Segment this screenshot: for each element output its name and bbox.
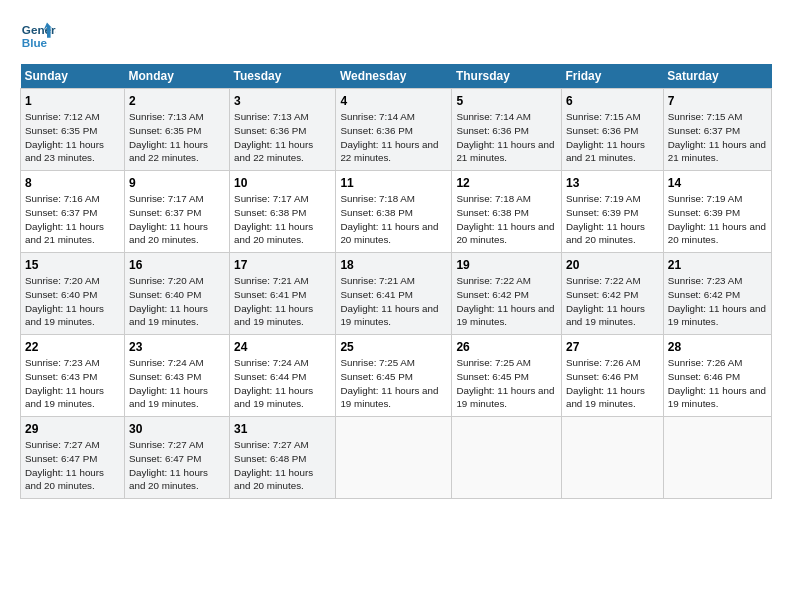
calendar-cell: 9Sunrise: 7:17 AMSunset: 6:37 PMDaylight… [125,171,230,253]
calendar-cell: 12Sunrise: 7:18 AMSunset: 6:38 PMDayligh… [452,171,562,253]
day-number: 1 [25,93,120,109]
day-number: 5 [456,93,557,109]
cell-info: Sunrise: 7:15 AMSunset: 6:37 PMDaylight:… [668,110,767,165]
cell-info: Sunrise: 7:25 AMSunset: 6:45 PMDaylight:… [456,356,557,411]
calendar-cell: 21Sunrise: 7:23 AMSunset: 6:42 PMDayligh… [663,253,771,335]
day-of-week-header: Saturday [663,64,771,89]
calendar-cell: 8Sunrise: 7:16 AMSunset: 6:37 PMDaylight… [21,171,125,253]
cell-info: Sunrise: 7:25 AMSunset: 6:45 PMDaylight:… [340,356,447,411]
cell-info: Sunrise: 7:27 AMSunset: 6:47 PMDaylight:… [129,438,225,493]
calendar-cell: 31Sunrise: 7:27 AMSunset: 6:48 PMDayligh… [230,417,336,499]
cell-info: Sunrise: 7:26 AMSunset: 6:46 PMDaylight:… [668,356,767,411]
calendar-cell: 27Sunrise: 7:26 AMSunset: 6:46 PMDayligh… [561,335,663,417]
calendar-cell: 23Sunrise: 7:24 AMSunset: 6:43 PMDayligh… [125,335,230,417]
calendar-cell [336,417,452,499]
calendar-cell: 10Sunrise: 7:17 AMSunset: 6:38 PMDayligh… [230,171,336,253]
svg-text:General: General [22,23,56,36]
logo-icon: General Blue [20,18,56,54]
cell-info: Sunrise: 7:19 AMSunset: 6:39 PMDaylight:… [668,192,767,247]
calendar-cell: 30Sunrise: 7:27 AMSunset: 6:47 PMDayligh… [125,417,230,499]
calendar-cell: 24Sunrise: 7:24 AMSunset: 6:44 PMDayligh… [230,335,336,417]
day-number: 6 [566,93,659,109]
calendar-week-row: 1Sunrise: 7:12 AMSunset: 6:35 PMDaylight… [21,89,772,171]
day-number: 31 [234,421,331,437]
cell-info: Sunrise: 7:18 AMSunset: 6:38 PMDaylight:… [456,192,557,247]
day-number: 16 [129,257,225,273]
cell-info: Sunrise: 7:21 AMSunset: 6:41 PMDaylight:… [340,274,447,329]
day-number: 14 [668,175,767,191]
calendar-header-row: SundayMondayTuesdayWednesdayThursdayFrid… [21,64,772,89]
day-number: 19 [456,257,557,273]
cell-info: Sunrise: 7:26 AMSunset: 6:46 PMDaylight:… [566,356,659,411]
day-number: 20 [566,257,659,273]
logo: General Blue [20,18,56,54]
day-number: 30 [129,421,225,437]
day-number: 21 [668,257,767,273]
svg-text:Blue: Blue [22,36,48,49]
day-number: 27 [566,339,659,355]
cell-info: Sunrise: 7:22 AMSunset: 6:42 PMDaylight:… [566,274,659,329]
calendar-cell: 29Sunrise: 7:27 AMSunset: 6:47 PMDayligh… [21,417,125,499]
cell-info: Sunrise: 7:23 AMSunset: 6:43 PMDaylight:… [25,356,120,411]
cell-info: Sunrise: 7:13 AMSunset: 6:36 PMDaylight:… [234,110,331,165]
cell-info: Sunrise: 7:20 AMSunset: 6:40 PMDaylight:… [25,274,120,329]
day-number: 29 [25,421,120,437]
page-container: General Blue SundayMondayTuesdayWednesda… [0,0,792,509]
day-number: 11 [340,175,447,191]
cell-info: Sunrise: 7:13 AMSunset: 6:35 PMDaylight:… [129,110,225,165]
calendar-week-row: 8Sunrise: 7:16 AMSunset: 6:37 PMDaylight… [21,171,772,253]
cell-info: Sunrise: 7:16 AMSunset: 6:37 PMDaylight:… [25,192,120,247]
day-number: 12 [456,175,557,191]
cell-info: Sunrise: 7:17 AMSunset: 6:37 PMDaylight:… [129,192,225,247]
calendar-cell [452,417,562,499]
day-number: 26 [456,339,557,355]
calendar-cell [663,417,771,499]
day-number: 4 [340,93,447,109]
calendar-week-row: 22Sunrise: 7:23 AMSunset: 6:43 PMDayligh… [21,335,772,417]
calendar-cell: 1Sunrise: 7:12 AMSunset: 6:35 PMDaylight… [21,89,125,171]
calendar-table: SundayMondayTuesdayWednesdayThursdayFrid… [20,64,772,499]
cell-info: Sunrise: 7:12 AMSunset: 6:35 PMDaylight:… [25,110,120,165]
cell-info: Sunrise: 7:18 AMSunset: 6:38 PMDaylight:… [340,192,447,247]
day-of-week-header: Friday [561,64,663,89]
day-number: 22 [25,339,120,355]
calendar-cell: 22Sunrise: 7:23 AMSunset: 6:43 PMDayligh… [21,335,125,417]
day-number: 3 [234,93,331,109]
calendar-cell: 6Sunrise: 7:15 AMSunset: 6:36 PMDaylight… [561,89,663,171]
cell-info: Sunrise: 7:21 AMSunset: 6:41 PMDaylight:… [234,274,331,329]
cell-info: Sunrise: 7:17 AMSunset: 6:38 PMDaylight:… [234,192,331,247]
calendar-cell: 13Sunrise: 7:19 AMSunset: 6:39 PMDayligh… [561,171,663,253]
calendar-cell [561,417,663,499]
cell-info: Sunrise: 7:27 AMSunset: 6:47 PMDaylight:… [25,438,120,493]
calendar-cell: 14Sunrise: 7:19 AMSunset: 6:39 PMDayligh… [663,171,771,253]
header: General Blue [20,18,772,54]
cell-info: Sunrise: 7:14 AMSunset: 6:36 PMDaylight:… [340,110,447,165]
day-number: 24 [234,339,331,355]
day-of-week-header: Sunday [21,64,125,89]
calendar-week-row: 29Sunrise: 7:27 AMSunset: 6:47 PMDayligh… [21,417,772,499]
day-number: 10 [234,175,331,191]
calendar-cell: 11Sunrise: 7:18 AMSunset: 6:38 PMDayligh… [336,171,452,253]
cell-info: Sunrise: 7:23 AMSunset: 6:42 PMDaylight:… [668,274,767,329]
day-number: 2 [129,93,225,109]
cell-info: Sunrise: 7:19 AMSunset: 6:39 PMDaylight:… [566,192,659,247]
calendar-cell: 7Sunrise: 7:15 AMSunset: 6:37 PMDaylight… [663,89,771,171]
calendar-week-row: 15Sunrise: 7:20 AMSunset: 6:40 PMDayligh… [21,253,772,335]
day-of-week-header: Tuesday [230,64,336,89]
calendar-cell: 17Sunrise: 7:21 AMSunset: 6:41 PMDayligh… [230,253,336,335]
calendar-cell: 2Sunrise: 7:13 AMSunset: 6:35 PMDaylight… [125,89,230,171]
day-number: 9 [129,175,225,191]
calendar-cell: 26Sunrise: 7:25 AMSunset: 6:45 PMDayligh… [452,335,562,417]
cell-info: Sunrise: 7:15 AMSunset: 6:36 PMDaylight:… [566,110,659,165]
day-number: 13 [566,175,659,191]
day-number: 8 [25,175,120,191]
calendar-cell: 5Sunrise: 7:14 AMSunset: 6:36 PMDaylight… [452,89,562,171]
day-number: 23 [129,339,225,355]
calendar-cell: 3Sunrise: 7:13 AMSunset: 6:36 PMDaylight… [230,89,336,171]
day-number: 28 [668,339,767,355]
day-of-week-header: Thursday [452,64,562,89]
calendar-cell: 28Sunrise: 7:26 AMSunset: 6:46 PMDayligh… [663,335,771,417]
calendar-cell: 20Sunrise: 7:22 AMSunset: 6:42 PMDayligh… [561,253,663,335]
calendar-cell: 15Sunrise: 7:20 AMSunset: 6:40 PMDayligh… [21,253,125,335]
cell-info: Sunrise: 7:27 AMSunset: 6:48 PMDaylight:… [234,438,331,493]
